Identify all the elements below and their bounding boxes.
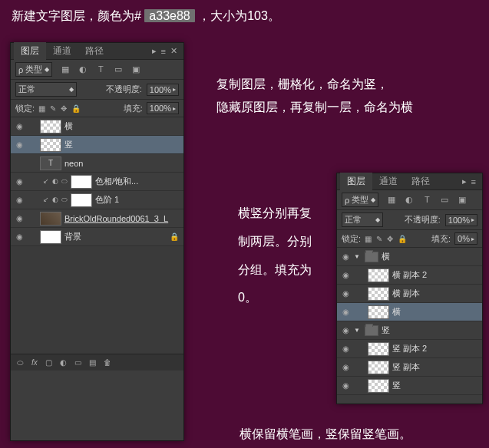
layer-name[interactable]: 色相/饱和... (95, 176, 180, 187)
visibility-toggle[interactable] (14, 158, 25, 169)
layer-name[interactable]: 色阶 1 (95, 194, 180, 206)
layer-row[interactable]: ◉横 (11, 117, 183, 136)
opacity-field[interactable]: 100%▸ (147, 84, 179, 96)
filter-adjust-icon[interactable]: ◐ (78, 64, 88, 74)
menu-icon[interactable]: ≡ (471, 177, 476, 186)
layer-row[interactable]: Tneon (11, 154, 183, 173)
layer-thumb (40, 120, 61, 133)
visibility-toggle[interactable]: ◉ (14, 140, 25, 150)
lock-paint-icon[interactable]: ✎ (50, 104, 56, 113)
filter-kind-select[interactable]: ρ 类型 ◆ (342, 193, 378, 207)
filter-smart-icon[interactable]: ▣ (131, 64, 141, 74)
lock-transparency-icon[interactable]: ▦ (38, 104, 45, 113)
disclosure-triangle[interactable]: ▼ (354, 253, 362, 260)
layer-row[interactable]: ◉竖 (11, 136, 183, 154)
visibility-toggle[interactable]: ◉ (340, 252, 351, 262)
caption-bottom: 横保留横笔画，竖保留竖笔画。 (240, 427, 411, 443)
filter-adjust-icon[interactable]: ◐ (404, 195, 415, 205)
layer-name[interactable]: 横 副本 2 (392, 269, 479, 281)
filter-shape-icon[interactable]: ▭ (439, 195, 450, 205)
layer-name[interactable]: 横 副本 (392, 288, 479, 299)
group-name[interactable]: 竖 (382, 324, 479, 336)
layer-name[interactable]: 竖 (64, 139, 180, 150)
visibility-toggle[interactable]: ◉ (14, 213, 25, 224)
lock-transparency-icon[interactable]: ▦ (365, 235, 372, 243)
layer-row[interactable]: ◉横 副本 (337, 285, 482, 303)
mask-icon[interactable]: ▢ (45, 358, 52, 367)
group-icon[interactable]: ▭ (74, 358, 81, 367)
visibility-toggle[interactable]: ◉ (340, 344, 351, 354)
layer-name[interactable]: 竖 副本 2 (392, 343, 479, 354)
collapse-icon[interactable]: ▸ (152, 46, 157, 56)
lock-position-icon[interactable]: ✥ (61, 104, 67, 113)
layer-name[interactable]: neon (64, 159, 180, 168)
layer-row[interactable]: ◉横 (337, 303, 482, 321)
layer-name[interactable]: BrickOldRounded0061_3_L (64, 214, 180, 223)
layer-thumb (368, 379, 389, 393)
blend-mode-select[interactable]: 正常◆ (342, 212, 383, 227)
tab-channels[interactable]: 通道 (46, 42, 78, 60)
collapse-icon[interactable]: ▸ (462, 176, 467, 186)
layer-mask-thumb (71, 193, 92, 207)
menu-icon[interactable]: ≡ (161, 47, 166, 56)
layer-row[interactable]: ◉BrickOldRounded0061_3_L (11, 209, 183, 228)
lock-paint-icon[interactable]: ✎ (376, 235, 382, 243)
filter-shape-icon[interactable]: ▭ (113, 64, 124, 74)
tab-layers[interactable]: 图层 (14, 42, 46, 60)
layer-thumb (368, 342, 389, 356)
layer-row[interactable]: ◉背景🔒 (11, 228, 183, 246)
blend-row: 正常◆ 不透明度: 100%▸ (337, 210, 482, 230)
layer-row[interactable]: ◉竖 副本 2 (337, 340, 482, 358)
filter-pixel-icon[interactable]: ▦ (60, 64, 71, 74)
opacity-field[interactable]: 100%▸ (445, 214, 477, 226)
layer-name[interactable]: 竖 副本 (392, 361, 479, 373)
layer-row[interactable]: ◉竖 副本 (337, 358, 482, 377)
layer-name[interactable]: 横 (392, 306, 479, 318)
group-row[interactable]: ◉▼横 (337, 248, 482, 266)
lock-position-icon[interactable]: ✥ (387, 235, 393, 243)
tab-channels[interactable]: 通道 (372, 173, 405, 190)
visibility-toggle[interactable]: ◉ (14, 195, 25, 206)
disclosure-triangle[interactable]: ▼ (354, 327, 362, 334)
adjustment-icon[interactable]: ◐ (60, 358, 67, 367)
folder-icon (365, 252, 378, 262)
new-layer-icon[interactable]: ▤ (89, 358, 96, 367)
blend-mode-select[interactable]: 正常◆ (15, 82, 77, 97)
visibility-toggle[interactable]: ◉ (340, 325, 351, 336)
visibility-toggle[interactable]: ◉ (340, 288, 351, 299)
visibility-toggle[interactable]: ◉ (340, 270, 351, 281)
visibility-toggle[interactable]: ◉ (14, 232, 25, 242)
layer-row[interactable]: ◉竖 (337, 377, 482, 395)
tab-layers[interactable]: 图层 (340, 173, 372, 190)
layer-name[interactable]: 竖 (392, 380, 479, 391)
filter-smart-icon[interactable]: ▣ (457, 195, 468, 205)
layer-name[interactable]: 横 (64, 120, 180, 132)
visibility-toggle[interactable]: ◉ (340, 380, 351, 391)
filter-pixel-icon[interactable]: ▦ (386, 195, 397, 205)
lock-all-icon[interactable]: 🔒 (71, 104, 81, 113)
lock-all-icon[interactable]: 🔒 (398, 235, 407, 243)
group-row[interactable]: ◉▼竖 (337, 321, 482, 340)
filter-text-icon[interactable]: T (95, 64, 106, 74)
layer-row[interactable]: ◉横 副本 2 (337, 266, 482, 285)
group-name[interactable]: 横 (382, 251, 479, 262)
visibility-toggle[interactable]: ◉ (340, 362, 351, 373)
tab-paths[interactable]: 路径 (405, 173, 437, 190)
fill-field[interactable]: 0%▸ (454, 232, 477, 245)
visibility-toggle[interactable]: ◉ (14, 176, 25, 187)
visibility-toggle[interactable]: ◉ (340, 307, 351, 318)
trash-icon[interactable]: 🗑 (104, 358, 111, 367)
link-icon[interactable]: ⬭ (17, 358, 24, 367)
lock-row: 锁定: ▦ ✎ ✥ 🔒 填充: 0%▸ (337, 230, 482, 248)
layer-row[interactable]: ◉↙◐⬭色阶 1 (11, 191, 183, 209)
fx-icon[interactable]: fx (31, 358, 38, 367)
visibility-toggle[interactable]: ◉ (14, 121, 25, 132)
layers-list: ◉横◉竖Tneon◉↙◐⬭色相/饱和...◉↙◐⬭色阶 1◉BrickOldRo… (11, 117, 183, 246)
tab-paths[interactable]: 路径 (78, 42, 111, 60)
filter-kind-select[interactable]: ρ 类型 ◆ (15, 62, 52, 77)
layer-name[interactable]: 背景 (64, 231, 167, 242)
fill-field[interactable]: 100%▸ (147, 102, 179, 114)
close-icon[interactable]: ✕ (170, 46, 177, 56)
layer-row[interactable]: ◉↙◐⬭色相/饱和... (11, 173, 183, 191)
filter-text-icon[interactable]: T (421, 195, 432, 205)
